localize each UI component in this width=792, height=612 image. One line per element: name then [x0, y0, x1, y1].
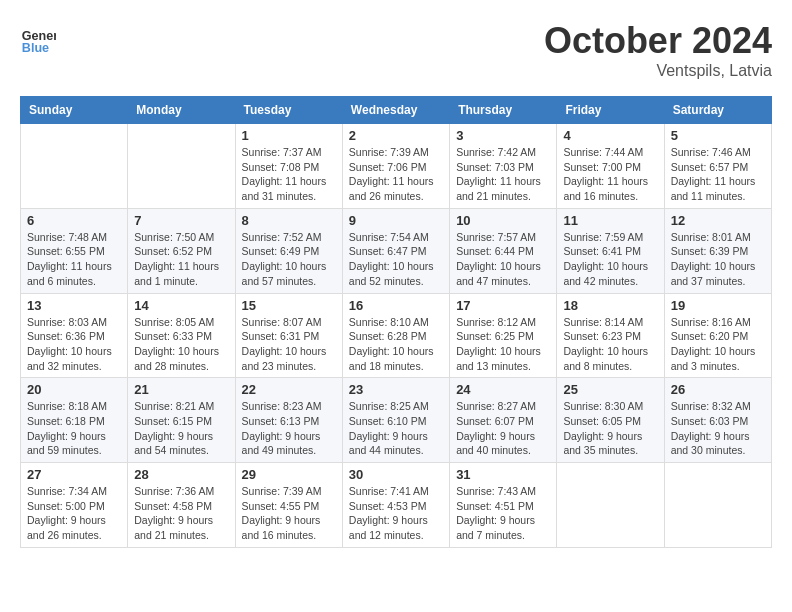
table-row: 8Sunrise: 7:52 AM Sunset: 6:49 PM Daylig…	[235, 208, 342, 293]
day-info: Sunrise: 7:48 AM Sunset: 6:55 PM Dayligh…	[27, 230, 121, 289]
day-info: Sunrise: 8:12 AM Sunset: 6:25 PM Dayligh…	[456, 315, 550, 374]
table-row: 26Sunrise: 8:32 AM Sunset: 6:03 PM Dayli…	[664, 378, 771, 463]
calendar-week-row: 27Sunrise: 7:34 AM Sunset: 5:00 PM Dayli…	[21, 463, 772, 548]
day-info: Sunrise: 8:25 AM Sunset: 6:10 PM Dayligh…	[349, 399, 443, 458]
day-info: Sunrise: 7:46 AM Sunset: 6:57 PM Dayligh…	[671, 145, 765, 204]
logo: General Blue	[20, 20, 56, 56]
day-number: 10	[456, 213, 550, 228]
day-number: 2	[349, 128, 443, 143]
day-number: 31	[456, 467, 550, 482]
table-row	[128, 124, 235, 209]
day-info: Sunrise: 8:05 AM Sunset: 6:33 PM Dayligh…	[134, 315, 228, 374]
day-info: Sunrise: 7:54 AM Sunset: 6:47 PM Dayligh…	[349, 230, 443, 289]
table-row: 19Sunrise: 8:16 AM Sunset: 6:20 PM Dayli…	[664, 293, 771, 378]
col-tuesday: Tuesday	[235, 97, 342, 124]
table-row: 16Sunrise: 8:10 AM Sunset: 6:28 PM Dayli…	[342, 293, 449, 378]
logo-icon: General Blue	[20, 20, 56, 56]
table-row: 15Sunrise: 8:07 AM Sunset: 6:31 PM Dayli…	[235, 293, 342, 378]
page-header: General Blue October 2024 Ventspils, Lat…	[20, 20, 772, 80]
day-info: Sunrise: 8:10 AM Sunset: 6:28 PM Dayligh…	[349, 315, 443, 374]
day-info: Sunrise: 8:30 AM Sunset: 6:05 PM Dayligh…	[563, 399, 657, 458]
day-number: 21	[134, 382, 228, 397]
day-info: Sunrise: 7:39 AM Sunset: 7:06 PM Dayligh…	[349, 145, 443, 204]
table-row: 30Sunrise: 7:41 AM Sunset: 4:53 PM Dayli…	[342, 463, 449, 548]
table-row: 25Sunrise: 8:30 AM Sunset: 6:05 PM Dayli…	[557, 378, 664, 463]
day-info: Sunrise: 7:36 AM Sunset: 4:58 PM Dayligh…	[134, 484, 228, 543]
table-row: 29Sunrise: 7:39 AM Sunset: 4:55 PM Dayli…	[235, 463, 342, 548]
table-row: 11Sunrise: 7:59 AM Sunset: 6:41 PM Dayli…	[557, 208, 664, 293]
svg-text:Blue: Blue	[22, 41, 49, 55]
table-row: 17Sunrise: 8:12 AM Sunset: 6:25 PM Dayli…	[450, 293, 557, 378]
day-info: Sunrise: 8:03 AM Sunset: 6:36 PM Dayligh…	[27, 315, 121, 374]
table-row: 7Sunrise: 7:50 AM Sunset: 6:52 PM Daylig…	[128, 208, 235, 293]
table-row	[557, 463, 664, 548]
col-friday: Friday	[557, 97, 664, 124]
table-row: 3Sunrise: 7:42 AM Sunset: 7:03 PM Daylig…	[450, 124, 557, 209]
table-row	[21, 124, 128, 209]
day-info: Sunrise: 8:07 AM Sunset: 6:31 PM Dayligh…	[242, 315, 336, 374]
day-number: 18	[563, 298, 657, 313]
day-number: 6	[27, 213, 121, 228]
day-number: 7	[134, 213, 228, 228]
table-row	[664, 463, 771, 548]
day-number: 5	[671, 128, 765, 143]
day-info: Sunrise: 7:43 AM Sunset: 4:51 PM Dayligh…	[456, 484, 550, 543]
day-info: Sunrise: 7:44 AM Sunset: 7:00 PM Dayligh…	[563, 145, 657, 204]
calendar-week-row: 1Sunrise: 7:37 AM Sunset: 7:08 PM Daylig…	[21, 124, 772, 209]
day-number: 12	[671, 213, 765, 228]
table-row: 5Sunrise: 7:46 AM Sunset: 6:57 PM Daylig…	[664, 124, 771, 209]
col-saturday: Saturday	[664, 97, 771, 124]
day-number: 14	[134, 298, 228, 313]
day-info: Sunrise: 7:37 AM Sunset: 7:08 PM Dayligh…	[242, 145, 336, 204]
day-info: Sunrise: 8:18 AM Sunset: 6:18 PM Dayligh…	[27, 399, 121, 458]
day-info: Sunrise: 8:32 AM Sunset: 6:03 PM Dayligh…	[671, 399, 765, 458]
day-number: 8	[242, 213, 336, 228]
day-number: 27	[27, 467, 121, 482]
day-number: 23	[349, 382, 443, 397]
table-row: 10Sunrise: 7:57 AM Sunset: 6:44 PM Dayli…	[450, 208, 557, 293]
col-sunday: Sunday	[21, 97, 128, 124]
table-row: 6Sunrise: 7:48 AM Sunset: 6:55 PM Daylig…	[21, 208, 128, 293]
table-row: 27Sunrise: 7:34 AM Sunset: 5:00 PM Dayli…	[21, 463, 128, 548]
day-number: 30	[349, 467, 443, 482]
table-row: 13Sunrise: 8:03 AM Sunset: 6:36 PM Dayli…	[21, 293, 128, 378]
day-number: 3	[456, 128, 550, 143]
table-row: 4Sunrise: 7:44 AM Sunset: 7:00 PM Daylig…	[557, 124, 664, 209]
day-info: Sunrise: 7:34 AM Sunset: 5:00 PM Dayligh…	[27, 484, 121, 543]
table-row: 18Sunrise: 8:14 AM Sunset: 6:23 PM Dayli…	[557, 293, 664, 378]
table-row: 1Sunrise: 7:37 AM Sunset: 7:08 PM Daylig…	[235, 124, 342, 209]
day-info: Sunrise: 7:39 AM Sunset: 4:55 PM Dayligh…	[242, 484, 336, 543]
day-number: 15	[242, 298, 336, 313]
table-row: 21Sunrise: 8:21 AM Sunset: 6:15 PM Dayli…	[128, 378, 235, 463]
day-number: 24	[456, 382, 550, 397]
calendar-week-row: 6Sunrise: 7:48 AM Sunset: 6:55 PM Daylig…	[21, 208, 772, 293]
day-info: Sunrise: 8:01 AM Sunset: 6:39 PM Dayligh…	[671, 230, 765, 289]
day-info: Sunrise: 8:23 AM Sunset: 6:13 PM Dayligh…	[242, 399, 336, 458]
day-number: 4	[563, 128, 657, 143]
col-thursday: Thursday	[450, 97, 557, 124]
calendar-week-row: 20Sunrise: 8:18 AM Sunset: 6:18 PM Dayli…	[21, 378, 772, 463]
day-number: 20	[27, 382, 121, 397]
day-number: 19	[671, 298, 765, 313]
day-number: 16	[349, 298, 443, 313]
table-row: 24Sunrise: 8:27 AM Sunset: 6:07 PM Dayli…	[450, 378, 557, 463]
day-info: Sunrise: 7:52 AM Sunset: 6:49 PM Dayligh…	[242, 230, 336, 289]
day-info: Sunrise: 7:41 AM Sunset: 4:53 PM Dayligh…	[349, 484, 443, 543]
table-row: 14Sunrise: 8:05 AM Sunset: 6:33 PM Dayli…	[128, 293, 235, 378]
day-number: 17	[456, 298, 550, 313]
day-info: Sunrise: 7:59 AM Sunset: 6:41 PM Dayligh…	[563, 230, 657, 289]
day-number: 28	[134, 467, 228, 482]
day-info: Sunrise: 8:27 AM Sunset: 6:07 PM Dayligh…	[456, 399, 550, 458]
col-wednesday: Wednesday	[342, 97, 449, 124]
table-row: 9Sunrise: 7:54 AM Sunset: 6:47 PM Daylig…	[342, 208, 449, 293]
table-row: 23Sunrise: 8:25 AM Sunset: 6:10 PM Dayli…	[342, 378, 449, 463]
table-row: 31Sunrise: 7:43 AM Sunset: 4:51 PM Dayli…	[450, 463, 557, 548]
table-row: 28Sunrise: 7:36 AM Sunset: 4:58 PM Dayli…	[128, 463, 235, 548]
table-row: 12Sunrise: 8:01 AM Sunset: 6:39 PM Dayli…	[664, 208, 771, 293]
calendar-week-row: 13Sunrise: 8:03 AM Sunset: 6:36 PM Dayli…	[21, 293, 772, 378]
day-info: Sunrise: 8:14 AM Sunset: 6:23 PM Dayligh…	[563, 315, 657, 374]
day-number: 22	[242, 382, 336, 397]
table-row: 2Sunrise: 7:39 AM Sunset: 7:06 PM Daylig…	[342, 124, 449, 209]
day-number: 11	[563, 213, 657, 228]
month-title: October 2024	[544, 20, 772, 62]
